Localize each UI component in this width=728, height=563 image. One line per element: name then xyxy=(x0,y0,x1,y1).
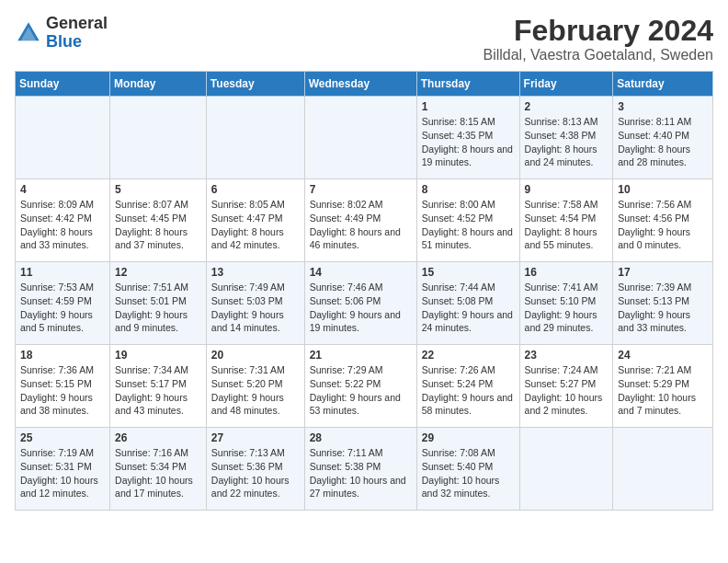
day-info: Sunrise: 7:31 AM Sunset: 5:20 PM Dayligh… xyxy=(211,363,300,418)
calendar-cell: 15Sunrise: 7:44 AM Sunset: 5:08 PM Dayli… xyxy=(416,262,519,345)
logo: General Blue xyxy=(15,15,108,52)
calendar-week-row: 4Sunrise: 8:09 AM Sunset: 4:42 PM Daylig… xyxy=(16,179,713,262)
calendar-cell: 28Sunrise: 7:11 AM Sunset: 5:38 PM Dayli… xyxy=(304,428,416,511)
calendar-cell: 3Sunrise: 8:11 AM Sunset: 4:40 PM Daylig… xyxy=(613,97,713,179)
day-info: Sunrise: 8:00 AM Sunset: 4:52 PM Dayligh… xyxy=(422,198,515,252)
day-number: 5 xyxy=(115,183,201,196)
weekday-header: Saturday xyxy=(613,72,713,97)
day-number: 1 xyxy=(422,100,515,113)
day-info: Sunrise: 7:19 AM Sunset: 5:31 PM Dayligh… xyxy=(20,446,105,500)
calendar-cell: 2Sunrise: 8:13 AM Sunset: 4:38 PM Daylig… xyxy=(519,97,613,179)
calendar-table: SundayMondayTuesdayWednesdayThursdayFrid… xyxy=(15,71,713,511)
calendar-cell xyxy=(16,97,110,179)
day-info: Sunrise: 7:49 AM Sunset: 5:03 PM Dayligh… xyxy=(211,281,300,335)
calendar-cell xyxy=(206,97,304,179)
day-info: Sunrise: 7:58 AM Sunset: 4:54 PM Dayligh… xyxy=(525,198,609,252)
day-number: 17 xyxy=(618,266,708,279)
calendar-cell: 6Sunrise: 8:05 AM Sunset: 4:47 PM Daylig… xyxy=(206,179,304,262)
day-number: 3 xyxy=(618,100,708,113)
calendar-week-row: 25Sunrise: 7:19 AM Sunset: 5:31 PM Dayli… xyxy=(16,428,713,511)
day-info: Sunrise: 7:21 AM Sunset: 5:29 PM Dayligh… xyxy=(618,363,708,418)
day-number: 11 xyxy=(20,266,105,279)
title-block: February 2024 Billdal, Vaestra Goetaland… xyxy=(483,15,713,63)
day-number: 14 xyxy=(310,266,412,279)
calendar-cell xyxy=(304,97,416,179)
day-info: Sunrise: 8:11 AM Sunset: 4:40 PM Dayligh… xyxy=(618,115,708,169)
day-number: 16 xyxy=(525,266,609,279)
calendar-cell: 18Sunrise: 7:36 AM Sunset: 5:15 PM Dayli… xyxy=(16,345,110,428)
logo-icon xyxy=(15,19,42,47)
calendar-cell: 13Sunrise: 7:49 AM Sunset: 5:03 PM Dayli… xyxy=(206,262,304,345)
calendar-cell: 4Sunrise: 8:09 AM Sunset: 4:42 PM Daylig… xyxy=(16,179,110,262)
day-info: Sunrise: 7:13 AM Sunset: 5:36 PM Dayligh… xyxy=(211,446,300,500)
calendar-cell: 1Sunrise: 8:15 AM Sunset: 4:35 PM Daylig… xyxy=(416,97,519,179)
day-number: 4 xyxy=(20,183,105,196)
day-info: Sunrise: 8:15 AM Sunset: 4:35 PM Dayligh… xyxy=(422,115,515,169)
day-number: 15 xyxy=(422,266,515,279)
calendar-week-row: 18Sunrise: 7:36 AM Sunset: 5:15 PM Dayli… xyxy=(16,345,713,428)
calendar-cell: 10Sunrise: 7:56 AM Sunset: 4:56 PM Dayli… xyxy=(613,179,713,262)
day-number: 24 xyxy=(618,349,708,362)
day-info: Sunrise: 8:09 AM Sunset: 4:42 PM Dayligh… xyxy=(20,198,105,252)
calendar-cell: 26Sunrise: 7:16 AM Sunset: 5:34 PM Dayli… xyxy=(110,428,207,511)
calendar-week-row: 11Sunrise: 7:53 AM Sunset: 4:59 PM Dayli… xyxy=(16,262,713,345)
day-info: Sunrise: 7:39 AM Sunset: 5:13 PM Dayligh… xyxy=(618,281,708,335)
page-header: General Blue February 2024 Billdal, Vaes… xyxy=(15,15,713,63)
calendar-cell: 19Sunrise: 7:34 AM Sunset: 5:17 PM Dayli… xyxy=(110,345,207,428)
day-number: 18 xyxy=(20,349,105,362)
weekday-header: Sunday xyxy=(16,72,110,97)
day-info: Sunrise: 7:34 AM Sunset: 5:17 PM Dayligh… xyxy=(115,363,201,418)
day-number: 27 xyxy=(211,431,300,444)
calendar-cell xyxy=(110,97,207,179)
calendar-cell: 17Sunrise: 7:39 AM Sunset: 5:13 PM Dayli… xyxy=(613,262,713,345)
calendar-cell: 29Sunrise: 7:08 AM Sunset: 5:40 PM Dayli… xyxy=(416,428,519,511)
calendar-cell: 12Sunrise: 7:51 AM Sunset: 5:01 PM Dayli… xyxy=(110,262,207,345)
calendar-cell: 25Sunrise: 7:19 AM Sunset: 5:31 PM Dayli… xyxy=(16,428,110,511)
weekday-header: Tuesday xyxy=(206,72,304,97)
day-info: Sunrise: 7:36 AM Sunset: 5:15 PM Dayligh… xyxy=(20,363,105,418)
logo-text: General Blue xyxy=(46,15,108,52)
calendar-cell: 7Sunrise: 8:02 AM Sunset: 4:49 PM Daylig… xyxy=(304,179,416,262)
day-number: 13 xyxy=(211,266,300,279)
calendar-cell: 24Sunrise: 7:21 AM Sunset: 5:29 PM Dayli… xyxy=(613,345,713,428)
calendar-week-row: 1Sunrise: 8:15 AM Sunset: 4:35 PM Daylig… xyxy=(16,97,713,179)
day-number: 29 xyxy=(422,431,515,444)
day-number: 20 xyxy=(211,349,300,362)
calendar-cell: 23Sunrise: 7:24 AM Sunset: 5:27 PM Dayli… xyxy=(519,345,613,428)
calendar-cell: 27Sunrise: 7:13 AM Sunset: 5:36 PM Dayli… xyxy=(206,428,304,511)
day-info: Sunrise: 7:53 AM Sunset: 4:59 PM Dayligh… xyxy=(20,281,105,335)
calendar-cell: 5Sunrise: 8:07 AM Sunset: 4:45 PM Daylig… xyxy=(110,179,207,262)
calendar-cell: 14Sunrise: 7:46 AM Sunset: 5:06 PM Dayli… xyxy=(304,262,416,345)
day-info: Sunrise: 7:11 AM Sunset: 5:38 PM Dayligh… xyxy=(310,446,412,500)
day-info: Sunrise: 7:26 AM Sunset: 5:24 PM Dayligh… xyxy=(422,363,515,418)
weekday-header: Thursday xyxy=(416,72,519,97)
calendar-cell xyxy=(613,428,713,511)
calendar-cell: 11Sunrise: 7:53 AM Sunset: 4:59 PM Dayli… xyxy=(16,262,110,345)
day-info: Sunrise: 8:13 AM Sunset: 4:38 PM Dayligh… xyxy=(525,115,609,169)
day-number: 10 xyxy=(618,183,708,196)
day-number: 12 xyxy=(115,266,201,279)
calendar-cell: 16Sunrise: 7:41 AM Sunset: 5:10 PM Dayli… xyxy=(519,262,613,345)
day-info: Sunrise: 7:46 AM Sunset: 5:06 PM Dayligh… xyxy=(310,281,412,335)
day-number: 22 xyxy=(422,349,515,362)
calendar-cell: 8Sunrise: 8:00 AM Sunset: 4:52 PM Daylig… xyxy=(416,179,519,262)
day-info: Sunrise: 7:29 AM Sunset: 5:22 PM Dayligh… xyxy=(310,363,412,418)
calendar-body: 1Sunrise: 8:15 AM Sunset: 4:35 PM Daylig… xyxy=(16,97,713,511)
day-number: 8 xyxy=(422,183,515,196)
calendar-cell xyxy=(519,428,613,511)
day-number: 6 xyxy=(211,183,300,196)
day-info: Sunrise: 7:41 AM Sunset: 5:10 PM Dayligh… xyxy=(525,281,609,335)
calendar-cell: 20Sunrise: 7:31 AM Sunset: 5:20 PM Dayli… xyxy=(206,345,304,428)
calendar-cell: 9Sunrise: 7:58 AM Sunset: 4:54 PM Daylig… xyxy=(519,179,613,262)
calendar-header: SundayMondayTuesdayWednesdayThursdayFrid… xyxy=(16,72,713,97)
weekday-header: Monday xyxy=(110,72,207,97)
day-info: Sunrise: 8:07 AM Sunset: 4:45 PM Dayligh… xyxy=(115,198,201,252)
weekday-header: Wednesday xyxy=(304,72,416,97)
day-info: Sunrise: 7:44 AM Sunset: 5:08 PM Dayligh… xyxy=(422,281,515,335)
day-info: Sunrise: 7:16 AM Sunset: 5:34 PM Dayligh… xyxy=(115,446,201,500)
calendar-cell: 22Sunrise: 7:26 AM Sunset: 5:24 PM Dayli… xyxy=(416,345,519,428)
day-number: 7 xyxy=(310,183,412,196)
day-info: Sunrise: 8:05 AM Sunset: 4:47 PM Dayligh… xyxy=(211,198,300,252)
page-subtitle: Billdal, Vaestra Goetaland, Sweden xyxy=(483,47,713,63)
day-info: Sunrise: 7:24 AM Sunset: 5:27 PM Dayligh… xyxy=(525,363,609,418)
